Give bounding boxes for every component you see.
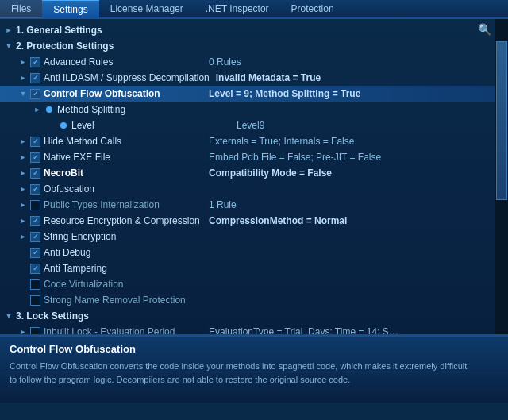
tree-item-stringenc[interactable]: ► String Encryption	[0, 229, 495, 245]
label-strongname: Strong Name Removal Protection	[44, 295, 202, 306]
tree-item-lock[interactable]: ▼ 3. Lock Settings	[0, 308, 495, 324]
label-general: 1. General Settings	[16, 25, 175, 36]
checkbox-inbuiltlock[interactable]	[30, 327, 40, 336]
checkbox-necrobit[interactable]	[30, 168, 40, 179]
value-necrobit: Compatibility Mode = False	[209, 168, 332, 179]
label-antidebug: Anti Debug	[44, 247, 202, 258]
tree-item-methodsplitting[interactable]: ► Method Splitting	[0, 102, 495, 118]
value-publictypes: 1 Rule	[209, 199, 237, 210]
checkbox-antitamper[interactable]	[30, 264, 40, 274]
label-lock: 3. Lock Settings	[16, 310, 175, 322]
expand-icon-stringenc: ►	[17, 231, 29, 242]
tree-item-obfuscation[interactable]: ► Obfuscation	[0, 181, 495, 197]
expand-icon-antidebug	[17, 247, 29, 258]
label-methodsplitting: Method Splitting	[57, 104, 216, 115]
main-content: 🔍 ► 1. General Settings ▼ 2. Protection …	[0, 19, 508, 403]
menu-license[interactable]: License Manager	[99, 0, 194, 18]
value-advanced: 0 Rules	[209, 56, 241, 67]
label-hidemethods: Hide Method Calls	[44, 136, 202, 147]
expand-icon-controlflow: ▼	[17, 88, 29, 99]
checkbox-antidebug[interactable]	[30, 248, 40, 258]
tree-item-publictypes[interactable]: ► Public Types Internalization 1 Rule	[0, 197, 495, 213]
expand-icon-necrobit: ►	[17, 168, 29, 179]
label-resourceenc: Resource Encryption & Compression	[44, 215, 202, 226]
tree-item-antidebug[interactable]: Anti Debug	[0, 245, 495, 260]
checkbox-hidemethods[interactable]	[30, 137, 40, 147]
value-inbuiltlock: EvaluationType = Trial_Days; Time = 14; …	[209, 326, 399, 335]
label-inbuiltlock: Inbuilt Lock - Evaluation Period	[44, 326, 202, 335]
tree-item-protection[interactable]: ▼ 2. Protection Settings	[0, 38, 495, 54]
tree-item-general[interactable]: ► 1. General Settings	[0, 22, 495, 38]
menu-protection[interactable]: Protection	[280, 0, 345, 18]
expand-icon-antiildasm: ►	[17, 72, 29, 83]
tree-item-antiildasm[interactable]: ► Anti ILDASM / Suppress Decompilation I…	[0, 70, 495, 86]
expand-icon-inbuiltlock: ►	[17, 326, 29, 335]
label-controlflow: Control Flow Obfuscation	[44, 88, 202, 99]
menu-bar: Files Settings License Manager .NET Insp…	[0, 0, 508, 19]
expand-icon-codevirt	[17, 279, 29, 290]
label-nativeexe: Native EXE File	[44, 152, 202, 163]
checkbox-strongname[interactable]	[30, 295, 40, 306]
label-antitamper: Anti Tampering	[44, 263, 202, 274]
expand-icon-lock: ▼	[3, 310, 14, 322]
checkbox-obfuscation[interactable]	[30, 184, 40, 195]
value-level: Level9	[237, 120, 264, 131]
tree-item-advanced[interactable]: ► Advanced Rules 0 Rules	[0, 54, 495, 70]
label-protection: 2. Protection Settings	[16, 40, 175, 52]
label-obfuscation: Obfuscation	[44, 183, 202, 195]
checkbox-advanced[interactable]	[30, 57, 40, 67]
checkbox-resourceenc[interactable]	[30, 216, 40, 226]
expand-icon-protection: ▼	[3, 40, 14, 52]
value-controlflow: Level = 9; Method Splitting = True	[209, 88, 360, 99]
value-hidemethods: Externals = True; Internals = False	[209, 136, 354, 147]
expand-icon-general: ►	[3, 25, 14, 36]
label-publictypes: Public Types Internalization	[44, 199, 202, 210]
label-necrobit: NecroBit	[44, 168, 202, 179]
scrollbar-track[interactable]	[495, 19, 508, 334]
label-antiildasm: Anti ILDASM / Suppress Decompilation	[44, 72, 210, 83]
search-icon[interactable]: 🔍	[476, 22, 492, 37]
bullet-methodsplitting	[46, 106, 52, 113]
expand-icon-hidemethods: ►	[17, 136, 29, 147]
checkbox-controlflow[interactable]	[30, 89, 40, 99]
checkbox-codevirt[interactable]	[30, 279, 40, 290]
menu-settings[interactable]: Settings	[42, 0, 98, 18]
label-level: Level	[71, 120, 230, 131]
expand-icon-advanced: ►	[17, 56, 29, 67]
tree-item-controlflow[interactable]: ▼ Control Flow Obfuscation Level = 9; Me…	[0, 86, 495, 102]
expand-icon-resourceenc: ►	[17, 215, 29, 226]
checkbox-stringenc[interactable]	[30, 232, 40, 242]
description-panel: Control Flow Obfuscation Control Flow Ob…	[0, 335, 508, 403]
tree-item-hidemethods[interactable]: ► Hide Method Calls Externals = True; In…	[0, 133, 495, 149]
tree-content: ► 1. General Settings ▼ 2. Protection Se…	[0, 19, 508, 335]
tree-item-strongname[interactable]: Strong Name Removal Protection	[0, 292, 495, 308]
value-nativeexe: Embed Pdb File = False; Pre-JIT = False	[209, 152, 381, 163]
checkbox-publictypes[interactable]	[30, 200, 40, 210]
value-resourceenc: CompressionMethod = Normal	[209, 215, 347, 226]
expand-icon-strongname	[17, 295, 29, 306]
expand-icon-antitamper	[17, 263, 29, 274]
expand-icon-obfuscation: ►	[17, 183, 29, 195]
checkbox-antiildasm[interactable]	[30, 73, 40, 83]
tree-item-codevirt[interactable]: Code Virtualization	[0, 276, 495, 292]
menu-net-inspector[interactable]: .NET Inspector	[194, 0, 280, 18]
tree-item-resourceenc[interactable]: ► Resource Encryption & Compression Comp…	[0, 213, 495, 229]
checkbox-nativeexe[interactable]	[30, 152, 40, 163]
tree-item-level[interactable]: Level Level9	[0, 118, 495, 133]
value-antiildasm: Invalid Metadata = True	[216, 72, 321, 83]
desc-text: Control Flow Obfuscation converts the co…	[10, 360, 498, 386]
label-advanced: Advanced Rules	[44, 56, 202, 67]
tree-item-nativeexe[interactable]: ► Native EXE File Embed Pdb File = False…	[0, 149, 495, 165]
desc-title: Control Flow Obfuscation	[10, 343, 498, 355]
tree-panel: 🔍 ► 1. General Settings ▼ 2. Protection …	[0, 19, 508, 335]
tree-item-necrobit[interactable]: ► NecroBit Compatibility Mode = False	[0, 165, 495, 181]
scrollbar-thumb[interactable]	[496, 41, 507, 200]
expand-icon-publictypes: ►	[17, 199, 29, 210]
menu-files[interactable]: Files	[0, 0, 42, 18]
bullet-level	[60, 122, 67, 129]
tree-item-inbuiltlock[interactable]: ► Inbuilt Lock - Evaluation Period Evalu…	[0, 324, 495, 335]
label-codevirt: Code Virtualization	[44, 279, 202, 290]
tree-item-antitamper[interactable]: Anti Tampering	[0, 260, 495, 276]
expand-icon-methodsplitting: ►	[32, 104, 43, 115]
expand-icon-nativeexe: ►	[17, 152, 29, 163]
